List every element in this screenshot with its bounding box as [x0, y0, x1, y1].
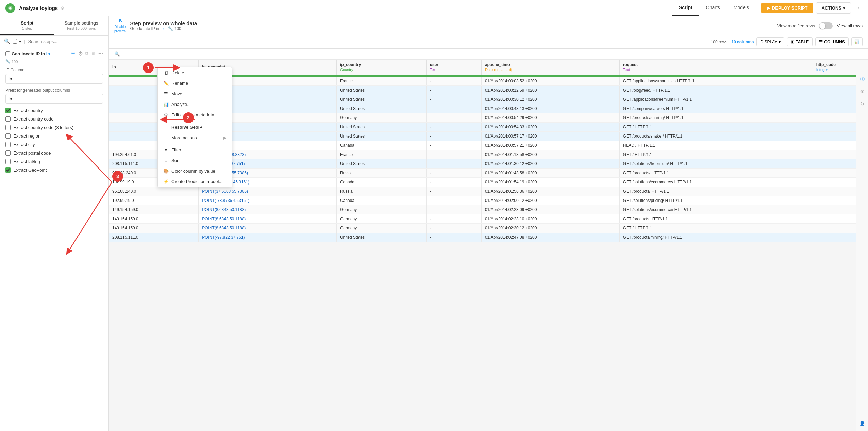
- table-row[interactable]: 149.154.159.0POINT(8.6843 50.1188)German…: [109, 205, 868, 214]
- table-cell: United States: [336, 104, 426, 113]
- display-button[interactable]: DISPLAY ▾: [756, 37, 784, 46]
- dropdown-arrow[interactable]: ▾: [19, 39, 21, 44]
- delete-icon[interactable]: 🗑: [91, 51, 96, 57]
- eye-sidebar-icon[interactable]: 👁: [857, 87, 867, 96]
- menu-separator: [158, 144, 232, 144]
- toggle-row: View modified rows View all rows: [777, 22, 863, 29]
- table-row[interactable]: 95.108.240.0POINT(37.6068 55.7386)Russia…: [109, 187, 868, 196]
- checkbox-label-1: Extract country code: [13, 116, 54, 122]
- table-search-input[interactable]: [124, 51, 192, 57]
- back-button[interactable]: ←: [856, 4, 863, 12]
- copy-icon[interactable]: ⧉: [85, 51, 88, 57]
- table-cell: 01/Apr/2014:02:23:09 +0200: [481, 205, 619, 214]
- table-row[interactable]: 149.154.159.0POINT(8.6843 50.1188)German…: [109, 223, 868, 233]
- search-icon: 🔍: [4, 38, 10, 44]
- table-cell: Germany: [336, 223, 426, 233]
- step-action-icons: 👁 ⏻ ⧉ 🗑 •••: [71, 51, 103, 57]
- col-header-request[interactable]: request Text: [619, 60, 813, 75]
- table-cell: -: [426, 205, 481, 214]
- view-all-rows-button[interactable]: View all rows: [837, 23, 863, 28]
- actions-button[interactable]: ACTIONS ▾: [816, 2, 851, 14]
- menu-item-filter[interactable]: ▼Filter: [158, 145, 232, 155]
- ip-column-input[interactable]: [5, 74, 103, 84]
- avatar-icon[interactable]: 👤: [857, 419, 867, 428]
- checkbox-label-0: Extract country: [13, 108, 43, 113]
- col-header-time[interactable]: apache_time Date (unparsed): [481, 60, 619, 75]
- menu-label: Delete: [171, 70, 184, 75]
- table-row[interactable]: 149.154.159.0POINT(8.6843 50.1188)German…: [109, 214, 868, 223]
- menu-icon: 🎨: [163, 169, 169, 174]
- table-cell: United States: [336, 95, 426, 104]
- table-cell: Germany: [336, 205, 426, 214]
- power-icon[interactable]: ⏻: [78, 51, 83, 57]
- menu-icon: ✏️: [163, 81, 169, 86]
- menu-item-sort[interactable]: ↕Sort: [158, 155, 232, 166]
- menu-item-create-prediction-model...[interactable]: ⚡Create Prediction model...: [158, 176, 232, 187]
- checkbox-item-7: Extract GeoPoint: [5, 167, 103, 173]
- checkbox-label-6: Extract lat/lng: [13, 159, 40, 164]
- more-icon[interactable]: •••: [98, 51, 103, 57]
- view-modified-label: View modified rows: [777, 23, 815, 28]
- tab-sample-settings[interactable]: Sample settings First 10,000 rows: [54, 16, 109, 35]
- prefix-label: Prefix for generated output columns: [5, 88, 103, 93]
- app-logo: [5, 3, 15, 13]
- table-cell: GET /company/careers HTTP/1.1: [619, 104, 813, 113]
- table-cell: -: [426, 131, 481, 141]
- menu-item-rename[interactable]: ✏️Rename: [158, 78, 232, 89]
- step-search-bar: 🔍 ▾ |: [0, 36, 108, 47]
- wrench-icon: 🔧: [5, 59, 10, 64]
- sidebar: Script 1 step Sample settings First 10,0…: [0, 16, 109, 431]
- tab-script-sidebar[interactable]: Script 1 step: [0, 16, 54, 35]
- table-cell: POINT(37.6068 55.7386): [199, 187, 337, 196]
- search-steps-input[interactable]: [28, 39, 104, 44]
- menu-item-more-actions[interactable]: More actions▶: [158, 132, 232, 143]
- table-row[interactable]: 208.115.111.0POINT(-97.822 37.751)United…: [109, 233, 868, 242]
- menu-item-analyze...[interactable]: 📊Analyze...: [158, 99, 232, 110]
- table-cell: -: [426, 214, 481, 223]
- checkbox-extract-country[interactable]: [5, 108, 11, 113]
- table-row[interactable]: 192.99.19.0POINT(-73.8736 45.3161)Canada…: [109, 196, 868, 205]
- menu-item-resolve-geoip[interactable]: Resolve GeoIP: [158, 122, 232, 132]
- step-checkbox[interactable]: [5, 51, 10, 56]
- menu-label: More actions: [171, 135, 197, 140]
- share-icon[interactable]: ⊙: [61, 5, 64, 11]
- checkbox-extract-city[interactable]: [5, 142, 11, 147]
- table-button[interactable]: ⊞ TABLE: [787, 37, 813, 46]
- menu-item-move[interactable]: ☰Move: [158, 89, 232, 99]
- table-cell: 01/Apr/2014:00:30:12 +0200: [481, 95, 619, 104]
- tab-script[interactable]: Script: [672, 0, 699, 16]
- prefix-input[interactable]: [5, 94, 103, 104]
- menu-item-delete[interactable]: 🗑Delete: [158, 67, 232, 78]
- disable-preview-button[interactable]: 👁 Disablepreview: [114, 18, 126, 33]
- menu-item-edit-column-metadata[interactable]: ⚙Edit column metadata: [158, 110, 232, 120]
- cols-info[interactable]: 10 columns: [731, 39, 754, 44]
- menu-item-color-column-by-value[interactable]: 🎨Color column by value: [158, 166, 232, 176]
- info-icon[interactable]: ⓘ: [857, 75, 867, 84]
- checkbox-extract-lat/lng[interactable]: [5, 159, 11, 164]
- select-all-checkbox[interactable]: [13, 39, 17, 44]
- deploy-script-button[interactable]: ▶ DEPLOY SCRIPT: [761, 3, 813, 13]
- preview-eye-icon: 👁: [117, 18, 123, 25]
- right-sidebar-icons: ⊕ ⓘ 👁 ↻ 👤: [856, 60, 868, 431]
- col-type-user: Text: [430, 68, 478, 72]
- eye-icon[interactable]: 👁: [71, 51, 76, 57]
- wrench-icon-2: 🔧: [168, 26, 173, 31]
- preview-title-group: Step preview on whole data Geo-locate IP…: [130, 20, 197, 31]
- tab-charts[interactable]: Charts: [699, 0, 727, 16]
- col-header-http[interactable]: http_code Integer: [813, 60, 868, 75]
- view-modified-toggle[interactable]: [819, 22, 833, 29]
- table-cell: 01/Apr/2014:02:00:12 +0200: [481, 196, 619, 205]
- columns-button[interactable]: ☰ COLUMNS: [815, 37, 849, 46]
- tab-models[interactable]: Models: [727, 0, 756, 16]
- table-cell: GET /products/ HTTP/1.1: [619, 168, 813, 177]
- checkbox-extract-postal-code[interactable]: [5, 150, 11, 156]
- col-header-country[interactable]: ip_country Country: [336, 60, 426, 75]
- col-header-user[interactable]: user Text: [426, 60, 481, 75]
- ip-column-label: IP Column: [5, 68, 103, 73]
- checkbox-extract-geopoint[interactable]: [5, 167, 11, 173]
- checkbox-extract-country-code-(3-letters)[interactable]: [5, 125, 11, 130]
- checkbox-extract-region[interactable]: [5, 133, 11, 139]
- chart-button[interactable]: 📊: [851, 37, 863, 46]
- refresh-icon[interactable]: ↻: [857, 99, 867, 109]
- checkbox-extract-country-code[interactable]: [5, 116, 11, 122]
